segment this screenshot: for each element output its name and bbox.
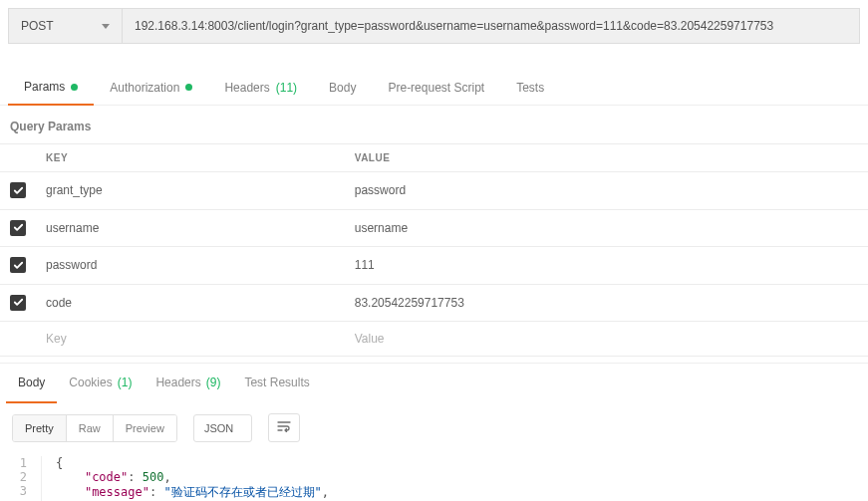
key-column-header: KEY <box>36 144 345 172</box>
checkbox-icon[interactable] <box>10 295 26 311</box>
param-value[interactable]: password <box>345 172 868 210</box>
active-dot-icon <box>185 84 192 91</box>
new-key-input[interactable]: Key <box>36 322 345 357</box>
response-tabs: Body Cookies (1) Headers (9) Test Result… <box>0 363 868 403</box>
request-tabs: Params Authorization Headers (11) Body P… <box>0 70 868 106</box>
value-column-header: VALUE <box>345 144 868 172</box>
checkbox-icon[interactable] <box>10 182 26 198</box>
raw-button[interactable]: Raw <box>67 415 114 441</box>
preview-button[interactable]: Preview <box>114 415 176 441</box>
table-row[interactable]: usernameusername <box>0 209 868 247</box>
param-value[interactable]: username <box>345 209 868 247</box>
view-mode-group: Pretty Raw Preview <box>12 414 177 442</box>
param-key[interactable]: password <box>36 247 345 285</box>
param-key[interactable]: code <box>36 284 345 322</box>
tab-authorization[interactable]: Authorization <box>94 70 208 105</box>
active-dot-icon <box>71 84 78 91</box>
format-select[interactable]: JSON <box>193 414 252 442</box>
tab-params[interactable]: Params <box>8 70 94 106</box>
chevron-down-icon <box>102 24 110 29</box>
checkbox-icon[interactable] <box>10 257 26 273</box>
url-input[interactable]: 192.168.3.14:8003/client/login?grant_typ… <box>123 8 860 44</box>
table-row[interactable]: code83.20542259717753 <box>0 284 868 322</box>
param-key[interactable]: username <box>36 209 345 247</box>
wrap-lines-button[interactable] <box>268 413 300 442</box>
response-toolbar: Pretty Raw Preview JSON <box>0 403 868 452</box>
wrap-icon <box>277 420 291 432</box>
response-tab-test-results[interactable]: Test Results <box>232 364 321 403</box>
response-tab-cookies[interactable]: Cookies (1) <box>57 364 144 403</box>
url-text: 192.168.3.14:8003/client/login?grant_typ… <box>135 19 773 33</box>
new-value-input[interactable]: Value <box>345 322 868 357</box>
http-method-label: POST <box>21 19 54 33</box>
tab-body[interactable]: Body <box>313 70 372 105</box>
table-row[interactable]: password111 <box>0 247 868 285</box>
param-value[interactable]: 83.20542259717753 <box>345 284 868 322</box>
pretty-button[interactable]: Pretty <box>13 415 67 441</box>
param-value[interactable]: 111 <box>345 247 868 285</box>
query-params-table: KEY VALUE grant_typepasswordusernameuser… <box>0 143 868 357</box>
response-body-viewer[interactable]: 1{ 2 "code": 500, 3 "message": "验证码不存在或者… <box>0 452 868 501</box>
tab-prerequest[interactable]: Pre-request Script <box>372 70 500 105</box>
http-method-select[interactable]: POST <box>8 8 123 44</box>
response-tab-body[interactable]: Body <box>6 364 57 403</box>
tab-headers[interactable]: Headers (11) <box>208 70 313 105</box>
tab-tests[interactable]: Tests <box>500 70 560 105</box>
table-row[interactable]: grant_typepassword <box>0 172 868 210</box>
param-key[interactable]: grant_type <box>36 172 345 210</box>
checkbox-icon[interactable] <box>10 220 26 236</box>
response-tab-headers[interactable]: Headers (9) <box>144 364 232 403</box>
query-params-title: Query Params <box>0 106 868 143</box>
